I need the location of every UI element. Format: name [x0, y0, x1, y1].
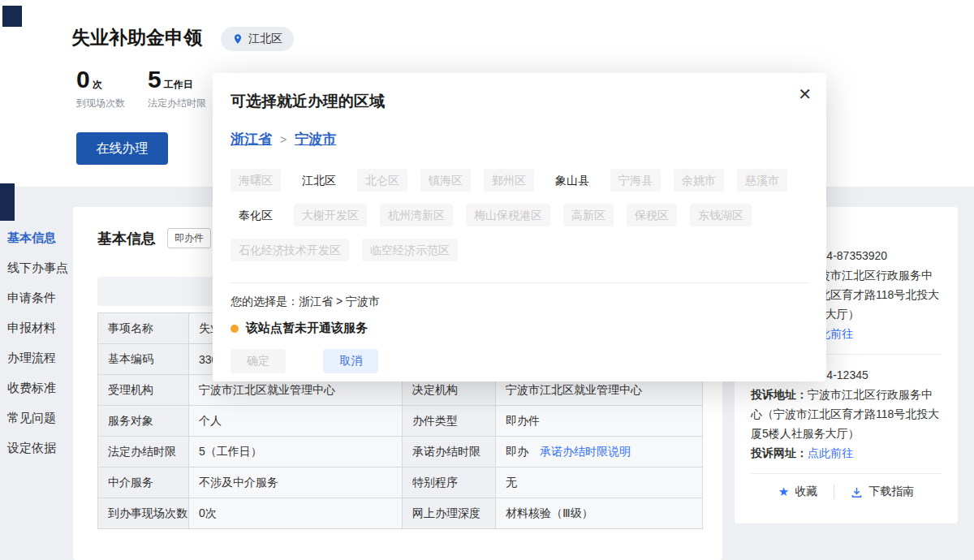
region-modal: 可选择就近办理的区域 ✕ 浙江省>宁波市 海曙区江北区北仑区镇海区鄞州区象山县宁…	[213, 73, 826, 381]
table-label-cell: 网上办理深度	[403, 498, 496, 529]
sidebar-item[interactable]: 设定依据	[0, 433, 71, 463]
stat-value: 0	[76, 66, 90, 93]
table-value-cell: 无	[496, 467, 703, 498]
table-value-cell: 个人	[189, 406, 403, 437]
region-button: 杭州湾新区	[380, 204, 453, 226]
region-button: 余姚市	[674, 169, 724, 192]
table-value-cell: 5（工作日）	[189, 437, 403, 467]
sidebar-nav: 基本信息线下办事点申请条件申报材料办理流程收费标准常见问题设定依据	[0, 222, 71, 463]
logo-mark	[2, 6, 22, 27]
table-label-cell: 到办事现场次数	[98, 498, 189, 529]
region-button[interactable]: 奉化区	[231, 204, 281, 226]
stat-label: 到现场次数	[76, 97, 125, 110]
section-tag: 即办件	[167, 228, 211, 248]
warning-line: 该站点暂未开通该服务	[231, 321, 808, 336]
section-title: 基本信息	[97, 229, 156, 248]
region-button: 梅山保税港区	[466, 204, 550, 226]
breadcrumb-province[interactable]: 浙江省	[231, 131, 272, 147]
confirm-button: 确定	[231, 349, 286, 373]
download-guide-button[interactable]: 下载指南	[834, 485, 930, 499]
download-icon	[851, 486, 863, 498]
sidebar-item[interactable]: 基本信息	[0, 222, 71, 252]
table-label-cell: 受理机构	[98, 375, 189, 406]
table-label-cell: 事项名称	[98, 313, 189, 344]
warning-dot-icon	[231, 325, 239, 333]
sidebar-item[interactable]: 办理流程	[0, 342, 71, 373]
region-button[interactable]: 象山县	[547, 169, 597, 192]
complaint-url-label: 投诉网址：	[751, 446, 808, 459]
table-row: 到办事现场次数0次网上办理深度材料核验（Ⅲ级）	[98, 498, 703, 529]
table-value-cell: 即办件	[496, 406, 703, 437]
location-pin-icon	[232, 33, 244, 45]
selection-label: 您的选择是：	[231, 295, 299, 308]
table-label-cell: 基本编码	[98, 344, 189, 375]
stat-value: 5	[148, 66, 162, 93]
star-icon: ★	[778, 485, 789, 499]
table-value-cell: 不涉及中介服务	[189, 467, 403, 498]
region-button: 石化经济技术开发区	[231, 239, 349, 261]
sidebar-item[interactable]: 线下办事点	[0, 252, 71, 282]
region-button: 保税区	[627, 204, 677, 226]
region-button: 高新区	[563, 204, 614, 226]
warning-text: 该站点暂未开通该服务	[246, 321, 368, 336]
table-row: 服务对象个人办件类型即办件	[98, 406, 703, 437]
location-badge-label: 江北区	[248, 32, 282, 46]
table-label-cell: 办件类型	[403, 406, 496, 437]
sidebar-item[interactable]: 常见问题	[0, 403, 71, 433]
table-label-cell: 中介服务	[98, 467, 189, 498]
favorite-button[interactable]: ★ 收藏	[762, 485, 834, 499]
close-icon[interactable]: ✕	[798, 84, 812, 104]
table-label-cell: 特别程序	[403, 467, 496, 498]
page-title: 失业补助金申领	[71, 25, 202, 50]
sidebar-item[interactable]: 收费标准	[0, 373, 71, 403]
region-button: 宁海县	[610, 169, 661, 192]
region-button[interactable]: 江北区	[294, 169, 344, 192]
download-label: 下载指南	[868, 485, 914, 499]
table-value-cell: 材料核验（Ⅲ级）	[496, 498, 703, 529]
modal-title: 可选择就近办理的区域	[231, 91, 808, 112]
table-value-cell: 即办承诺办结时限说明	[496, 437, 703, 467]
stat-time-limit: 5工作日 法定办结时限	[148, 67, 206, 110]
cancel-button[interactable]: 取消	[323, 349, 378, 373]
table-row: 法定办结时限5（工作日）承诺办结时限即办承诺办结时限说明	[98, 437, 703, 467]
complaint-url-line: 投诉网址：点此前往	[751, 443, 942, 463]
table-row: 中介服务不涉及中介服务特别程序无	[98, 467, 703, 498]
sidebar-item[interactable]: 申报材料	[0, 312, 71, 342]
section-head: 基本信息 即办件	[97, 228, 211, 248]
stat-unit: 次	[93, 79, 102, 90]
complaint-address-line: 投诉地址：宁波市江北区行政服务中心（宁波市江北区育才路118号北投大厦5楼人社服…	[751, 385, 942, 443]
card-actions: ★ 收藏 下载指南	[751, 485, 942, 499]
breadcrumb-city[interactable]: 宁波市	[295, 131, 336, 147]
complaint-goto-link[interactable]: 点此前往	[808, 446, 853, 459]
stat-unit: 工作日	[164, 79, 193, 90]
region-button: 鄞州区	[484, 169, 534, 192]
region-button: 临空经济示范区	[362, 239, 458, 261]
modal-actions: 确定 取消	[231, 349, 808, 373]
breadcrumb: 浙江省>宁波市	[231, 130, 808, 149]
region-button: 北仑区	[357, 169, 407, 192]
promise-limit-link[interactable]: 承诺办结时限说明	[540, 445, 631, 458]
sidebar-item[interactable]: 申请条件	[0, 282, 71, 312]
stats-row: 0次 到现场次数 5工作日 法定办结时限	[76, 67, 206, 110]
table-label-cell: 承诺办结时限	[403, 437, 496, 467]
divider	[231, 282, 808, 283]
divider	[751, 473, 942, 474]
region-button: 东钱湖区	[690, 204, 752, 226]
table-label-cell: 法定办结时限	[98, 437, 189, 467]
table-label-cell: 服务对象	[98, 406, 189, 437]
region-button: 大榭开发区	[294, 204, 367, 226]
side-widget[interactable]	[0, 183, 15, 221]
selection-line: 您的选择是：浙江省 > 宁波市	[231, 295, 808, 309]
breadcrumb-separator: >	[280, 133, 287, 146]
location-badge[interactable]: 江北区	[221, 27, 294, 51]
region-button: 海曙区	[231, 169, 281, 192]
region-grid: 海曙区江北区北仑区镇海区鄞州区象山县宁海县余姚市慈溪市奉化区大榭开发区杭州湾新区…	[231, 169, 808, 261]
stat-visits: 0次 到现场次数	[76, 67, 125, 110]
complaint-address-label: 投诉地址：	[751, 388, 808, 401]
region-button: 镇海区	[420, 169, 471, 192]
region-button: 慈溪市	[737, 169, 787, 192]
apply-online-button[interactable]: 在线办理	[76, 132, 168, 165]
table-value-cell: 0次	[189, 498, 403, 529]
selection-value: 浙江省 > 宁波市	[299, 295, 380, 308]
favorite-label: 收藏	[795, 485, 817, 499]
